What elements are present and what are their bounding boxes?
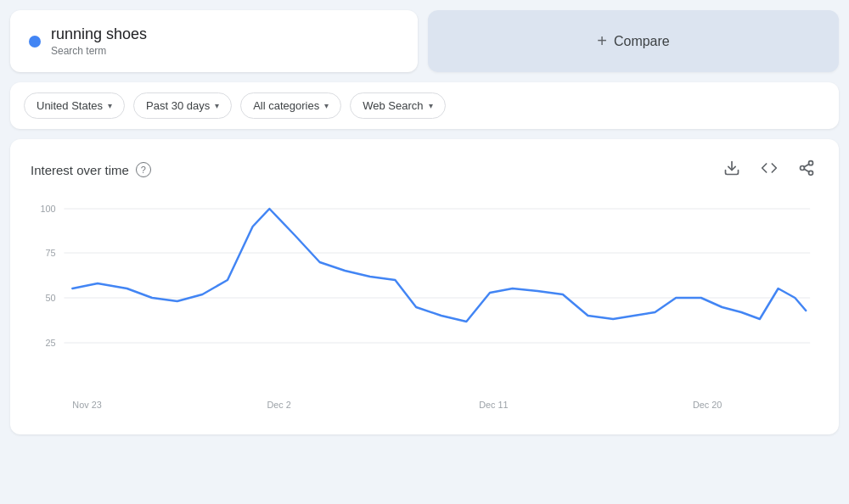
filter-category-label: All categories bbox=[253, 99, 319, 112]
chart-title-group: Interest over time ? bbox=[31, 162, 151, 177]
filter-search-type-label: Web Search bbox=[363, 99, 423, 112]
chart-container: 100 75 50 25 Nov 23 Dec 2 Dec 11 Dec 20 bbox=[31, 200, 818, 421]
compare-plus-icon: + bbox=[597, 31, 607, 51]
search-term-text: running shoes Search term bbox=[51, 25, 147, 57]
embed-button[interactable] bbox=[757, 156, 781, 183]
filter-search-type[interactable]: Web Search ▾ bbox=[350, 92, 445, 119]
svg-line-4 bbox=[804, 169, 809, 171]
download-button[interactable] bbox=[720, 156, 744, 183]
help-icon[interactable]: ? bbox=[136, 162, 151, 177]
svg-line-5 bbox=[804, 164, 809, 166]
time-range-dropdown-arrow-icon: ▾ bbox=[215, 101, 219, 110]
y-label-50: 50 bbox=[46, 293, 56, 303]
search-term-label: Search term bbox=[51, 45, 147, 57]
filter-category[interactable]: All categories ▾ bbox=[240, 92, 341, 119]
chart-header: Interest over time ? bbox=[31, 156, 818, 183]
filter-location[interactable]: United States ▾ bbox=[24, 92, 125, 119]
compare-label: Compare bbox=[614, 34, 670, 49]
filter-location-label: United States bbox=[37, 99, 103, 112]
y-label-100: 100 bbox=[41, 204, 56, 214]
filter-time-range-label: Past 30 days bbox=[146, 99, 210, 112]
location-dropdown-arrow-icon: ▾ bbox=[108, 101, 112, 110]
chart-title: Interest over time bbox=[31, 163, 129, 177]
trend-line bbox=[72, 209, 806, 322]
x-label-nov23: Nov 23 bbox=[72, 400, 101, 410]
chart-actions bbox=[720, 156, 818, 183]
filter-time-range[interactable]: Past 30 days ▾ bbox=[133, 92, 232, 119]
x-label-dec2: Dec 2 bbox=[267, 400, 290, 410]
y-label-75: 75 bbox=[46, 248, 56, 258]
filters-bar: United States ▾ Past 30 days ▾ All categ… bbox=[10, 82, 839, 129]
share-button[interactable] bbox=[795, 156, 818, 183]
trend-chart: 100 75 50 25 Nov 23 Dec 2 Dec 11 Dec 20 bbox=[31, 200, 818, 421]
search-type-dropdown-arrow-icon: ▾ bbox=[429, 101, 433, 110]
compare-card[interactable]: + Compare bbox=[428, 10, 839, 72]
x-label-dec11: Dec 11 bbox=[479, 400, 508, 410]
chart-card: Interest over time ? bbox=[10, 139, 839, 434]
search-term-card: running shoes Search term bbox=[10, 10, 418, 72]
x-label-dec20: Dec 20 bbox=[693, 400, 722, 410]
y-label-25: 25 bbox=[46, 338, 56, 348]
category-dropdown-arrow-icon: ▾ bbox=[324, 101, 329, 110]
search-term-name: running shoes bbox=[51, 25, 147, 43]
search-term-dot bbox=[29, 36, 41, 48]
top-section: running shoes Search term + Compare bbox=[10, 10, 839, 72]
